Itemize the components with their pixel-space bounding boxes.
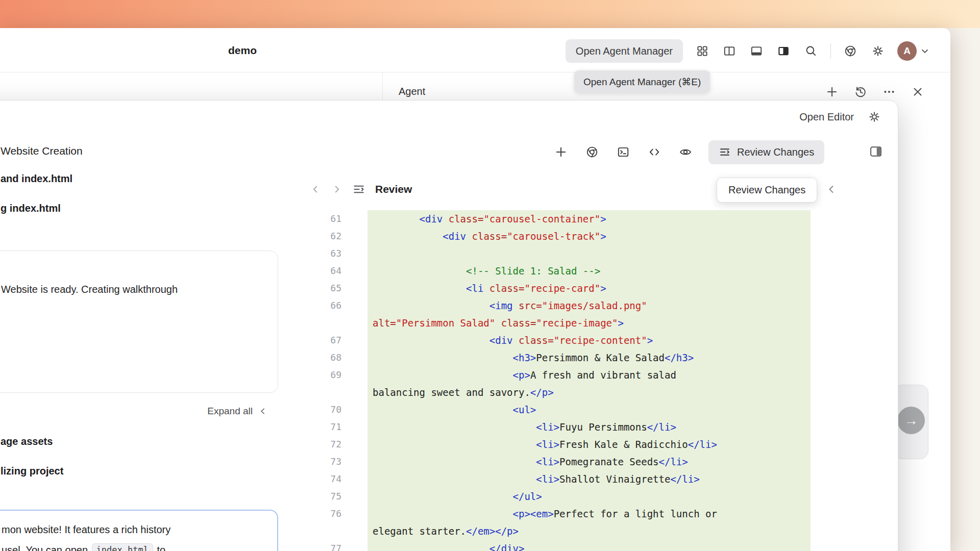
code-text: <div class="carousel-track"> [368, 228, 811, 245]
line-number: 77 [1, 540, 341, 551]
gutter-gap [341, 505, 368, 522]
gutter-gap [341, 245, 368, 262]
line-number: 76 [1, 505, 341, 522]
titlebar-controls: Open Agent Manager [566, 39, 930, 63]
line-number: 65 [1, 280, 341, 297]
settings-gear-icon[interactable] [870, 43, 886, 59]
line-number: 69 [1, 366, 341, 384]
open-agent-manager-button[interactable]: Open Agent Manager [566, 39, 683, 63]
code-line: 61 <div class="carousel-container"> [1, 210, 811, 228]
layout-icon-group [694, 43, 792, 59]
code-icon[interactable] [645, 143, 664, 161]
titlebar-separator [830, 43, 831, 59]
more-options-icon[interactable] [881, 84, 897, 100]
code-text: <li class="recipe-card"> [368, 280, 811, 297]
close-icon[interactable] [910, 84, 926, 100]
code-line: 67 <div class="recipe-content"> [1, 332, 811, 349]
line-number: 71 [1, 418, 341, 436]
search-icon[interactable] [803, 43, 819, 59]
code-line: 64 <!-- Slide 1: Salad --> [1, 262, 811, 280]
line-number: 75 [1, 488, 341, 505]
task-step-file[interactable]: and index.html [1, 173, 72, 185]
pane-divider [382, 72, 383, 100]
next-arrow-button[interactable]: → [897, 407, 925, 434]
code-line: 75 </ul> [1, 488, 811, 505]
terminal-icon[interactable] [614, 143, 632, 161]
overlay-sidebar-toggle-icon[interactable] [867, 142, 885, 161]
code-line: 71 <li>Fuyu Persimmons</li> [1, 418, 811, 436]
gutter-gap [341, 349, 368, 366]
gutter-gap [341, 522, 368, 540]
review-title: Review [375, 183, 412, 195]
avatar[interactable]: A [897, 41, 917, 61]
overlay-header-actions: Open Editor [799, 106, 883, 128]
agent-manager-overlay: Open Editor Website Creation and index.h… [0, 100, 898, 551]
review-diff-icon [352, 182, 366, 196]
code-line: 76 <p><em>Perfect for a light lunch or [1, 505, 811, 522]
code-text: alt="Persimmon Salad" class="recipe-imag… [368, 314, 811, 332]
agent-manager-grid-icon[interactable] [694, 43, 710, 59]
code-line: 77 </div> [1, 540, 811, 551]
review-header: Review [309, 182, 412, 196]
gutter-gap [341, 228, 368, 245]
line-number: 73 [1, 453, 341, 470]
line-number: 66 [1, 297, 341, 314]
chrome-browser-icon[interactable] [842, 43, 859, 59]
nav-forward-icon[interactable] [330, 182, 344, 196]
gutter-gap [341, 384, 368, 401]
line-number: 61 [1, 210, 341, 228]
open-in-browser-icon[interactable] [583, 143, 601, 161]
gutter-gap [341, 366, 368, 384]
right-panel-icon-active[interactable] [775, 43, 792, 59]
code-pane[interactable]: 61 <div class="carousel-container">62 <d… [1, 210, 811, 551]
line-number [1, 384, 341, 401]
history-icon[interactable] [852, 84, 869, 100]
code-text: <ul> [368, 401, 811, 418]
agent-panel-title: Agent [399, 86, 425, 97]
line-number: 62 [1, 228, 341, 245]
collapse-chevron-icon[interactable] [825, 183, 838, 197]
window-title: demo [228, 44, 257, 57]
add-icon[interactable] [552, 143, 570, 161]
review-changes-button[interactable]: Review Changes [708, 140, 824, 164]
preview-eye-icon[interactable] [676, 143, 695, 161]
gutter-gap [341, 332, 368, 349]
line-number: 63 [1, 245, 341, 262]
code-line: balancing sweet and savory.</p> [1, 384, 811, 401]
new-conversation-icon[interactable] [824, 84, 840, 100]
review-changes-label: Review Changes [737, 146, 814, 158]
code-line: 68 <h3>Persimmon & Kale Salad</h3> [1, 349, 811, 366]
gutter-gap [341, 470, 368, 488]
gutter-gap [341, 418, 368, 436]
code-text: balancing sweet and savory.</p> [368, 384, 811, 401]
code-text: <li>Shallot Vinaigrette</li> [368, 470, 811, 488]
gutter-gap [341, 453, 368, 470]
gutter-gap [341, 280, 368, 297]
split-columns-icon[interactable] [721, 43, 738, 59]
code-line: 62 <div class="carousel-track"> [1, 228, 811, 245]
line-number: 72 [1, 436, 341, 453]
line-number [1, 314, 341, 332]
shortcut-tooltip: Open Agent Manager (⌘E) [574, 70, 710, 93]
code-text: <!-- Slide 1: Salad --> [368, 262, 811, 280]
chevron-down-icon[interactable] [920, 46, 930, 56]
titlebar-divider [0, 72, 950, 72]
gutter-gap [341, 297, 368, 314]
code-text: </ul> [368, 488, 811, 505]
gutter-gap [341, 401, 368, 418]
account-menu[interactable]: A [897, 41, 930, 61]
bottom-panel-icon[interactable] [748, 43, 765, 59]
code-text: <div class="recipe-content"> [368, 332, 811, 349]
code-text: <li>Fresh Kale & Radicchio</li> [368, 436, 811, 453]
open-editor-button[interactable]: Open Editor [799, 111, 854, 123]
overlay-settings-gear-icon[interactable] [866, 109, 883, 125]
walkthrough-next-container: → [894, 385, 928, 459]
code-line: elegant starter.</em></p> [1, 522, 811, 540]
nav-back-icon[interactable] [309, 182, 322, 196]
review-toolbar: Review Changes [552, 140, 824, 164]
code-line: 74 <li>Shallot Vinaigrette</li> [1, 470, 811, 488]
gutter-gap [341, 540, 368, 551]
line-number: 64 [1, 262, 341, 280]
code-line: 72 <li>Fresh Kale & Radicchio</li> [1, 436, 811, 453]
line-number [1, 522, 341, 540]
